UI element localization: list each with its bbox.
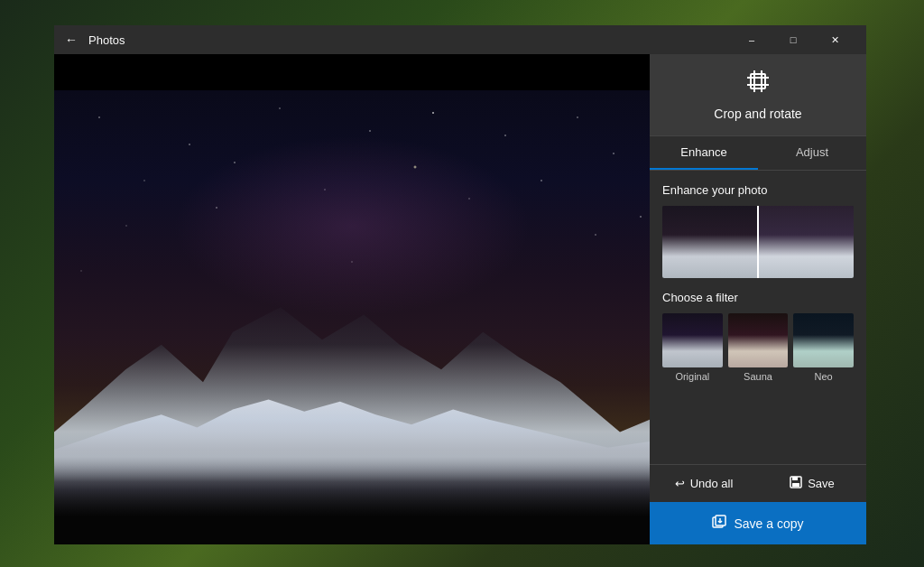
tree-line <box>54 489 650 544</box>
maximize-button[interactable]: □ <box>772 25 814 54</box>
right-panel: Crop and rotate Enhance Adjust Enhance y… <box>650 54 866 544</box>
filter-label: Choose a filter <box>662 291 854 304</box>
filter-grid: Original Sauna Neo <box>662 313 854 382</box>
filter-name-neo: Neo <box>815 371 833 382</box>
filter-neo[interactable]: Neo <box>793 313 854 382</box>
photo-area <box>54 90 650 544</box>
undo-icon: ↩ <box>675 477 685 490</box>
svg-rect-7 <box>792 483 799 487</box>
filter-thumb-sauna <box>728 313 789 367</box>
save-copy-button[interactable]: Save a copy <box>650 502 866 544</box>
enhance-after <box>758 206 854 278</box>
panel-content: Enhance your photo Choose a filter Origi… <box>650 171 866 464</box>
enhance-divider <box>757 206 759 278</box>
photo-canvas <box>54 90 650 544</box>
minimize-button[interactable]: – <box>731 25 772 54</box>
enhance-preview[interactable] <box>662 206 854 278</box>
save-copy-icon <box>712 515 726 532</box>
save-button[interactable]: Save <box>758 465 866 502</box>
filter-thumb-neo <box>793 313 854 367</box>
top-bar <box>54 54 650 90</box>
close-button[interactable]: ✕ <box>814 25 855 54</box>
nebula-layer <box>173 135 531 317</box>
filter-sauna[interactable]: Sauna <box>728 313 789 382</box>
app-window: ← Photos – □ ✕ <box>54 25 866 544</box>
window-controls: – □ ✕ <box>731 25 855 54</box>
tabs: Enhance Adjust <box>650 136 866 171</box>
enhance-label: Enhance your photo <box>662 183 854 197</box>
crop-header: Crop and rotate <box>650 54 866 136</box>
undo-label: Undo all <box>690 477 734 490</box>
photo-wrapper <box>54 54 650 544</box>
svg-rect-0 <box>751 74 765 88</box>
enhance-before <box>662 206 758 278</box>
action-buttons: ↩ Undo all Save <box>650 464 866 502</box>
filter-name-sauna: Sauna <box>744 371 772 382</box>
save-label: Save <box>808 477 835 490</box>
crop-icon <box>745 69 771 99</box>
tab-enhance[interactable]: Enhance <box>650 136 758 170</box>
title-bar: ← Photos – □ ✕ <box>54 25 866 54</box>
filter-original[interactable]: Original <box>662 313 723 382</box>
svg-rect-6 <box>792 477 798 480</box>
filter-name-original: Original <box>675 371 709 382</box>
back-button[interactable]: ← <box>65 33 78 47</box>
filter-thumb-original <box>662 313 723 367</box>
tab-adjust[interactable]: Adjust <box>758 136 866 170</box>
crop-label: Crop and rotate <box>714 107 801 121</box>
main-content: Crop and rotate Enhance Adjust Enhance y… <box>54 54 866 544</box>
save-icon <box>790 476 802 491</box>
mountains-layer <box>54 294 650 544</box>
undo-all-button[interactable]: ↩ Undo all <box>650 465 758 502</box>
app-title: Photos <box>88 33 731 47</box>
save-copy-label: Save a copy <box>734 516 803 531</box>
